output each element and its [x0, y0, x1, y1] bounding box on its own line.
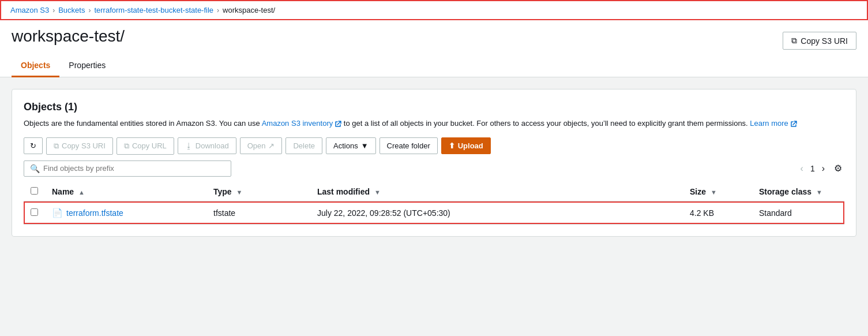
breadcrumb-amazon-s3[interactable]: Amazon S3	[10, 6, 49, 14]
file-size: 4.2 KB	[690, 208, 714, 218]
copy-s3-uri-label: Copy S3 URI	[62, 141, 106, 150]
pagination-controls: ‹ 1 › ⚙	[797, 160, 844, 176]
file-name: terraform.tfstate	[66, 208, 123, 218]
breadcrumb-bucket-name[interactable]: terraform-state-test-bucket-state-file	[94, 6, 213, 14]
description-middle: to get a list of all objects in your buc…	[341, 119, 750, 128]
table-row: 📄 terraform.tfstate tfstate July 22, 202…	[24, 201, 844, 225]
header-last-modified[interactable]: Last modified ▼	[310, 182, 683, 201]
row-checkbox[interactable]	[31, 208, 38, 216]
breadcrumb-sep-1: ›	[52, 6, 55, 14]
search-input[interactable]	[43, 164, 225, 173]
page-header: workspace-test/ ⧉ Copy S3 URI	[0, 20, 868, 55]
select-all-checkbox[interactable]	[31, 187, 38, 195]
row-checkbox-cell	[24, 201, 45, 225]
file-type: tfstate	[213, 208, 235, 218]
objects-panel: Objects (1) Objects are the fundamental …	[12, 89, 856, 237]
copy-s3-uri-header-label: Copy S3 URI	[801, 36, 848, 46]
upload-button[interactable]: ⬆ Upload	[441, 137, 491, 154]
search-row: 🔍 ‹ 1 › ⚙	[24, 160, 844, 177]
open-button[interactable]: Open ↗	[240, 137, 283, 154]
actions-label: Actions	[333, 141, 358, 150]
file-icon: 📄	[52, 208, 63, 218]
copy-url-icon: ⧉	[124, 141, 129, 151]
objects-panel-header: Objects (1) Objects are the fundamental …	[24, 101, 844, 129]
file-last-modified: July 22, 2022, 09:28:52 (UTC+05:30)	[317, 208, 450, 218]
actions-button[interactable]: Actions ▼	[326, 137, 376, 154]
breadcrumb-current: workspace-test/	[223, 6, 275, 14]
search-icon: 🔍	[30, 164, 40, 173]
header-size[interactable]: Size ▼	[683, 182, 752, 201]
download-label: Download	[196, 141, 229, 150]
table-header-row: Name ▲ Type ▼ Last modified ▼ Size ▼	[24, 182, 844, 201]
prev-page-button[interactable]: ‹	[797, 161, 807, 176]
upload-label: Upload	[458, 141, 483, 150]
open-label: Open	[247, 141, 266, 150]
file-storage-class: Standard	[759, 208, 792, 218]
objects-description: Objects are the fundamental entities sto…	[24, 118, 844, 129]
tab-objects[interactable]: Objects	[12, 55, 59, 77]
description-before: Objects are the fundamental entities sto…	[24, 119, 262, 128]
file-link[interactable]: 📄 terraform.tfstate	[52, 208, 200, 218]
learn-more-link[interactable]: Learn more	[750, 119, 788, 128]
create-folder-button[interactable]: Create folder	[379, 137, 438, 154]
size-sort-icon: ▼	[711, 189, 717, 196]
actions-chevron-icon: ▼	[361, 141, 369, 150]
copy-s3-uri-header-button[interactable]: ⧉ Copy S3 URI	[783, 32, 856, 50]
main-content: Objects (1) Objects are the fundamental …	[0, 77, 868, 248]
table-settings-button[interactable]: ⚙	[832, 160, 844, 176]
next-page-button[interactable]: ›	[818, 161, 828, 176]
row-type-cell: tfstate	[206, 201, 310, 225]
copy-url-label: Copy URL	[132, 141, 167, 150]
modified-sort-icon: ▼	[374, 189, 381, 196]
breadcrumb-sep-3: ›	[217, 6, 219, 14]
row-name-cell: 📄 terraform.tfstate	[45, 201, 206, 225]
breadcrumb-sep-2: ›	[88, 6, 91, 14]
search-box[interactable]: 🔍	[24, 160, 231, 177]
copy-s3-uri-button[interactable]: ⧉ Copy S3 URI	[46, 137, 113, 155]
external-link-icon	[335, 121, 341, 128]
name-sort-icon: ▲	[78, 189, 85, 196]
delete-button[interactable]: Delete	[285, 137, 322, 154]
header-checkbox-cell	[24, 182, 45, 201]
page-number: 1	[810, 164, 815, 173]
header-storage-class[interactable]: Storage class ▼	[752, 182, 844, 201]
tab-properties[interactable]: Properties	[59, 55, 115, 77]
header-type[interactable]: Type ▼	[206, 182, 310, 201]
copy-url-button[interactable]: ⧉ Copy URL	[117, 137, 174, 155]
row-modified-cell: July 22, 2022, 09:28:52 (UTC+05:30)	[310, 201, 683, 225]
download-button[interactable]: ⭳ Download	[178, 137, 236, 154]
toolbar: ↻ ⧉ Copy S3 URI ⧉ Copy URL ⭳ Download Op…	[24, 137, 844, 155]
breadcrumb: Amazon S3 › Buckets › terraform-state-te…	[0, 0, 868, 20]
row-size-cell: 4.2 KB	[683, 201, 752, 225]
row-storage-cell: Standard	[752, 201, 844, 225]
create-folder-label: Create folder	[387, 141, 430, 150]
page-title: workspace-test/	[12, 27, 125, 46]
breadcrumb-buckets[interactable]: Buckets	[58, 6, 85, 14]
learn-more-external-icon	[790, 121, 797, 128]
header-name[interactable]: Name ▲	[45, 182, 206, 201]
refresh-icon: ↻	[30, 141, 36, 150]
objects-table: Name ▲ Type ▼ Last modified ▼ Size ▼	[24, 182, 844, 225]
amazon-s3-inventory-link[interactable]: Amazon S3 inventory	[262, 119, 333, 128]
open-external-icon: ↗	[268, 141, 275, 150]
tabs-bar: Objects Properties	[0, 55, 868, 77]
storage-sort-icon: ▼	[816, 189, 822, 196]
objects-panel-title: Objects (1)	[24, 101, 844, 113]
copy-s3-uri-icon: ⧉	[54, 141, 59, 151]
upload-icon: ⬆	[449, 141, 455, 150]
download-icon: ⭳	[185, 141, 193, 150]
type-sort-icon: ▼	[236, 189, 243, 196]
refresh-button[interactable]: ↻	[24, 137, 43, 154]
copy-icon-header: ⧉	[791, 36, 797, 46]
delete-label: Delete	[293, 141, 315, 150]
